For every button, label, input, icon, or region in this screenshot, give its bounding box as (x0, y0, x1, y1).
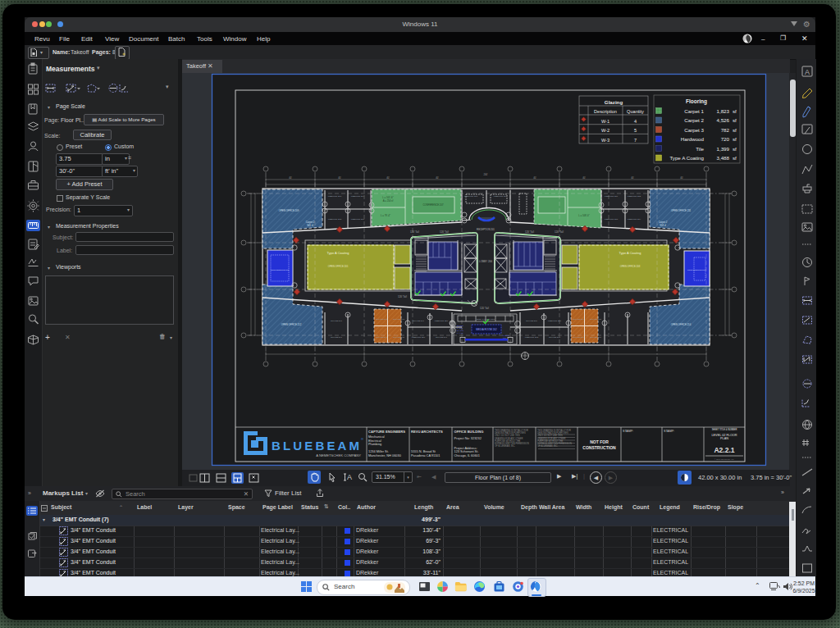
svg-text:7: 7 (634, 138, 637, 143)
svg-text:OFFICE 240: OFFICE 240 (331, 320, 343, 322)
svg-text:A NEMETSCHEK COMPANY: A NEMETSCHEK COMPANY (316, 453, 361, 457)
svg-text:OFFICE 244: OFFICE 244 (376, 336, 388, 339)
svg-text:MEETING 201: MEETING 201 (351, 218, 365, 221)
svg-text:MEETING 203: MEETING 203 (328, 195, 342, 198)
svg-text:OFFICE 265: OFFICE 265 (590, 318, 602, 321)
svg-text:sf: sf (733, 108, 737, 114)
svg-text:120' Tall: 120' Tall (480, 307, 489, 310)
svg-text:Pasadena CA 91101: Pasadena CA 91101 (411, 453, 440, 457)
svg-text:MEETING 209: MEETING 209 (494, 195, 508, 198)
svg-text:W-1: W-1 (601, 119, 609, 124)
svg-text:CONFERENCE 207: CONFERENCE 207 (422, 203, 443, 207)
svg-text:MEETING 231: MEETING 231 (605, 195, 619, 198)
svg-text:OPEN OFFICE 205: OPEN OFFICE 205 (328, 265, 349, 268)
svg-text:NOT FOR: NOT FOR (590, 439, 609, 444)
svg-text:40': 40' (533, 176, 536, 180)
svg-text:MEETING 208: MEETING 208 (464, 195, 478, 198)
svg-text:BLUEBEAM: BLUEBEAM (272, 439, 359, 453)
svg-text:40': 40' (582, 176, 586, 180)
svg-text:120' Tall: 120' Tall (525, 230, 534, 234)
svg-text:A = 254 sf: A = 254 sf (383, 199, 394, 203)
svg-text:A: A (805, 68, 810, 76)
svg-text:sf: sf (733, 155, 737, 161)
svg-text:Type A Coating: Type A Coating (669, 155, 704, 161)
svg-text:OFFICE 241: OFFICE 241 (331, 336, 343, 339)
svg-text:40': 40' (289, 176, 292, 180)
svg-text:MEETING 232: MEETING 232 (628, 195, 641, 198)
svg-text:STAMP:: STAMP: (623, 430, 633, 433)
svg-text:L = 79'-4": L = 79'-4" (381, 214, 390, 217)
svg-text:OFFICE 243: OFFICE 243 (393, 318, 405, 321)
svg-text:REVU ARCHITECTS: REVU ARCHITECTS (411, 430, 443, 434)
svg-text:CAPTURE ENGINEERS: CAPTURE ENGINEERS (368, 430, 405, 434)
svg-text:120' Tall: 120' Tall (398, 295, 407, 298)
svg-text:BREAK ROOM 202: BREAK ROOM 202 (477, 318, 495, 321)
svg-text:Tile: Tile (696, 146, 704, 152)
svg-text:MEETING 262: MEETING 262 (525, 336, 539, 339)
svg-text:sf: sf (733, 136, 737, 142)
svg-text:OFFICE 242: OFFICE 242 (376, 318, 388, 321)
svg-text:953 sf: 953 sf (660, 224, 666, 227)
svg-text:L = 108'-0": L = 108'-0" (578, 214, 589, 217)
svg-text:5: 5 (634, 128, 637, 133)
svg-text:MEETING 204: MEETING 204 (351, 195, 365, 198)
svg-text:OFFICE 245: OFFICE 245 (393, 336, 405, 339)
svg-text:Description: Description (594, 109, 617, 114)
svg-text:1,399: 1,399 (717, 146, 730, 152)
svg-text:4: 4 (634, 119, 637, 124)
svg-text:Hardwood: Hardwood (681, 136, 705, 142)
svg-text:40': 40' (386, 176, 390, 180)
svg-text:OFFICE 267: OFFICE 267 (590, 336, 602, 339)
svg-text:120' Tall: 120' Tall (555, 230, 564, 234)
svg-text:CONSTRUCTION: CONSTRUCTION (582, 445, 616, 450)
svg-text:OFFICE 264: OFFICE 264 (573, 318, 585, 321)
svg-text:Type A Coating: Type A Coating (327, 251, 349, 255)
svg-text:40': 40' (680, 176, 683, 180)
svg-text:OFFICE 246: OFFICE 246 (413, 320, 425, 322)
svg-text:A: A (347, 473, 352, 481)
svg-text:Chicago, IL 60601: Chicago, IL 60601 (454, 453, 480, 457)
svg-text:40': 40' (338, 176, 341, 180)
svg-text:Manchester, NH 06030: Manchester, NH 06030 (368, 453, 402, 457)
svg-text:Carpet 1: Carpet 1 (684, 108, 704, 114)
svg-text:Type A Coating: Type A Coating (619, 251, 641, 255)
svg-text:OFFICE 247: OFFICE 247 (436, 336, 448, 339)
svg-text:W-2: W-2 (601, 128, 609, 133)
svg-text:OPEN OFFICE 208: OPEN OFFICE 208 (620, 265, 641, 268)
svg-text:Carpet 2: Carpet 2 (684, 117, 704, 123)
svg-text:SHEET TITLE & NUMBER: SHEET TITLE & NUMBER (712, 428, 737, 431)
svg-text:OFFICE BUILDING: OFFICE BUILDING (454, 430, 484, 434)
svg-text:OFFICE 263: OFFICE 263 (549, 336, 561, 339)
svg-text:MEETING 234: MEETING 234 (628, 218, 641, 221)
svg-text:OFFICE 260: OFFICE 260 (526, 320, 538, 322)
svg-text:120' Tall: 120' Tall (410, 230, 419, 234)
svg-text:MEETING 233: MEETING 233 (605, 218, 619, 221)
svg-text:Flooring: Flooring (686, 98, 707, 105)
svg-text:Project No: 323232: Project No: 323232 (454, 436, 482, 440)
svg-text:OPEN OFFICE 214: OPEN OFFICE 214 (671, 323, 692, 326)
svg-text:OF BLUEBEAM, INC.: OF BLUEBEAM, INC. (495, 444, 515, 448)
svg-text:4,526: 4,526 (717, 117, 730, 123)
svg-text:sf: sf (733, 127, 737, 133)
svg-text:OPEN OFFICE 209: OPEN OFFICE 209 (279, 209, 299, 212)
svg-text:W-3: W-3 (601, 138, 609, 143)
svg-text:OPEN OFFICE 211: OPEN OFFICE 211 (671, 209, 692, 212)
svg-text:PLAN: PLAN (720, 437, 728, 440)
svg-text:40': 40' (631, 176, 634, 180)
svg-text:®: ® (361, 437, 363, 441)
svg-text:STAMP:: STAMP: (664, 430, 674, 433)
svg-text:MEETING 261: MEETING 261 (548, 320, 562, 322)
svg-text:720: 720 (721, 136, 730, 142)
svg-text:RECEPTION 201: RECEPTION 201 (477, 228, 495, 231)
svg-text:Glazing: Glazing (605, 99, 623, 105)
svg-text:sf: sf (733, 117, 737, 123)
svg-text:MEETING 202: MEETING 202 (328, 218, 342, 221)
svg-text:H=4'-0": H=4'-0" (457, 332, 463, 334)
svg-text:MEETING 250: MEETING 250 (435, 320, 449, 322)
svg-text:A2.2.1: A2.2.1 (714, 446, 734, 454)
svg-text:941 sf: 941 sf (307, 224, 313, 227)
svg-text:CONFERENCE 203: CONFERENCE 203 (687, 269, 706, 271)
svg-text:Quantity: Quantity (627, 109, 644, 114)
svg-text:OPEN OFFICE 212: OPEN OFFICE 212 (281, 323, 302, 326)
svg-text:Plumbing: Plumbing (368, 442, 381, 446)
